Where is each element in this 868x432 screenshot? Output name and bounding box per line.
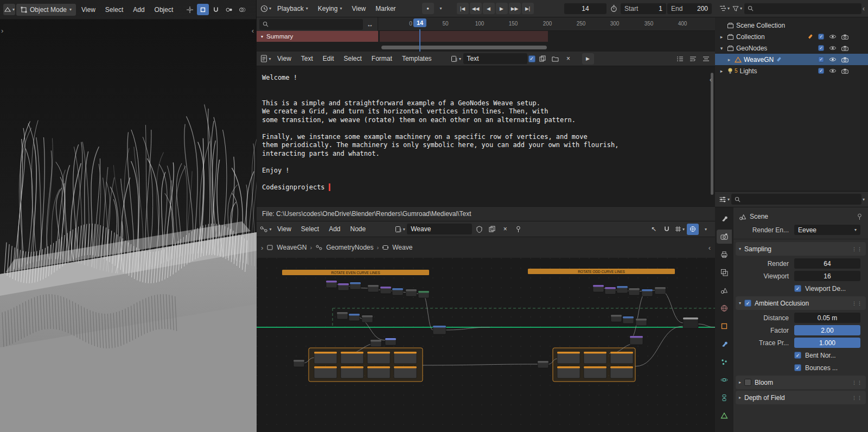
tab-modifiers[interactable] <box>717 337 732 351</box>
node[interactable] <box>636 319 647 326</box>
bounces-checkbox[interactable]: ✓ <box>794 364 801 371</box>
properties-editor-type-button[interactable]: ▾ <box>718 194 730 205</box>
hide-eye-icon[interactable] <box>829 57 837 62</box>
node[interactable] <box>350 282 361 289</box>
panel-bloom-header[interactable]: ▸ Bloom ⋮⋮ <box>736 376 866 389</box>
pivot-icon[interactable] <box>223 4 235 15</box>
run-script-button[interactable]: ▶ <box>582 53 594 65</box>
current-frame-field[interactable]: 14 <box>564 3 607 14</box>
tab-view-layer[interactable] <box>717 265 732 279</box>
drag-dots-icon[interactable]: ⋮⋮ <box>852 301 863 306</box>
text-name-field[interactable]: Text <box>463 53 527 64</box>
text-content[interactable]: Welcome ! This is a simple and straightf… <box>257 66 715 192</box>
render-camera-icon[interactable] <box>841 34 848 40</box>
node-graph[interactable]: ROTATE EVEN CURVE LINES ROTATE ODD CURVE… <box>257 258 715 432</box>
menu-text[interactable]: Text <box>297 53 317 65</box>
exclude-checkbox[interactable]: ✓ <box>818 56 824 62</box>
prev-keyframe-button[interactable]: ◀◀ <box>470 3 482 14</box>
proportional-editing-icon[interactable] <box>197 4 209 15</box>
editor-options-icon[interactable]: ▾ <box>674 224 686 235</box>
channel-search-input[interactable] <box>259 19 363 30</box>
node[interactable] <box>341 366 363 378</box>
tab-constraints[interactable] <box>717 391 732 405</box>
sampling-viewport-field[interactable]: 16 <box>794 271 860 281</box>
node[interactable] <box>314 352 337 364</box>
tab-object-data[interactable] <box>717 409 732 423</box>
register-checkbox[interactable]: ✓ <box>528 55 535 62</box>
node[interactable] <box>418 291 429 298</box>
menu-templates[interactable]: Templates <box>398 53 436 65</box>
drag-dots-icon[interactable]: ⋮⋮ <box>852 380 863 385</box>
bloom-checkbox[interactable] <box>744 379 751 386</box>
menu-object[interactable]: Object <box>150 4 178 16</box>
breadcrumb-node-tree[interactable]: Weave <box>392 244 412 251</box>
tab-physics[interactable] <box>717 373 732 387</box>
viewport-3d[interactable]: ▾ Object Mode ▾ View Select Add Object <box>0 0 257 432</box>
tab-object[interactable] <box>717 319 732 333</box>
node[interactable] <box>610 352 633 364</box>
node-tree-name-field[interactable]: Weave <box>407 224 472 234</box>
menu-view[interactable]: View <box>273 223 296 235</box>
node-editor-canvas[interactable]: ROTATE EVEN CURVE LINES ROTATE ODD CURVE… <box>257 258 715 432</box>
exclude-checkbox[interactable]: ✓ <box>818 34 824 40</box>
expand-collapse-icon[interactable]: ↔ <box>365 18 375 30</box>
render-camera-icon[interactable] <box>841 46 848 51</box>
render-engine-dropdown[interactable]: Eevee ▾ <box>794 225 860 235</box>
menu-add[interactable]: Add <box>324 223 344 235</box>
bent-normals-checkbox[interactable]: ✓ <box>794 352 801 359</box>
frame-end-field[interactable]: End 200 <box>667 3 712 14</box>
tweak-tool-icon[interactable] <box>184 4 196 15</box>
node[interactable] <box>367 366 390 378</box>
node[interactable] <box>605 287 616 294</box>
mode-dropdown[interactable]: Object Mode ▾ <box>16 4 76 16</box>
playhead-line[interactable] <box>419 29 420 52</box>
node[interactable] <box>623 316 634 323</box>
outliner-row-geonodes[interactable]: ▾ GeoNodes ✓ <box>715 42 868 54</box>
snap-icon[interactable] <box>210 4 222 15</box>
toolbar-toggle-icon[interactable]: › <box>1 27 3 34</box>
node[interactable] <box>557 366 580 378</box>
node[interactable] <box>617 286 628 293</box>
fake-user-icon[interactable] <box>473 224 485 235</box>
overlays-icon[interactable] <box>236 4 248 15</box>
frame-start-field[interactable]: Start 1 <box>621 3 666 14</box>
node[interactable] <box>338 283 349 290</box>
editor-type-button[interactable]: ▾ <box>3 4 15 15</box>
node[interactable] <box>655 287 666 294</box>
sidebar-toggle-icon[interactable]: ‹ <box>252 27 254 34</box>
node[interactable] <box>611 315 622 322</box>
go-to-parent-icon[interactable]: ↖ <box>648 224 660 235</box>
node[interactable] <box>385 338 396 345</box>
node[interactable] <box>367 352 390 364</box>
node[interactable] <box>349 314 360 321</box>
outliner-corner-icon[interactable]: ‹ <box>863 5 865 12</box>
text-scrollbar[interactable] <box>711 73 713 195</box>
expand-icon[interactable]: ▸ <box>718 34 725 40</box>
node[interactable] <box>337 312 348 319</box>
ambient-occlusion-checkbox[interactable]: ✓ <box>744 300 751 307</box>
menu-view[interactable]: View <box>273 53 296 65</box>
browse-text-button[interactable]: ▾ <box>450 53 462 65</box>
outliner-editor-type-button[interactable]: ▾ <box>718 3 730 14</box>
menu-node[interactable]: Node <box>346 223 371 235</box>
node[interactable] <box>362 315 373 322</box>
panel-depth-of-field-header[interactable]: ▸ Depth of Field ⋮⋮ <box>736 391 866 404</box>
tab-scene[interactable] <box>717 283 732 297</box>
node-sidebar-toggle-icon[interactable]: ‹ <box>709 244 711 251</box>
node[interactable] <box>584 352 607 364</box>
viewport-scene[interactable] <box>0 0 257 432</box>
menu-view[interactable]: View <box>347 3 370 15</box>
outliner-filter-button[interactable]: ▾ <box>731 3 743 14</box>
jump-to-start-button[interactable]: |◀ <box>457 3 469 14</box>
outliner-row-lights[interactable]: ▸ 5 Lights ✓ <box>715 65 868 77</box>
ao-trace-slider[interactable]: 1.000 <box>794 338 860 348</box>
use-preview-range-button[interactable] <box>608 3 620 14</box>
auto-keying-button[interactable]: ● <box>422 3 434 14</box>
drag-dots-icon[interactable]: ⋮⋮ <box>852 246 863 252</box>
text-editor-type-button[interactable]: ▾ <box>260 53 272 65</box>
node[interactable] <box>380 287 391 294</box>
breadcrumb-modifier[interactable]: GeometryNodes <box>326 244 373 251</box>
menu-edit[interactable]: Edit <box>318 53 339 65</box>
jump-to-end-button[interactable]: ▶| <box>522 3 534 14</box>
exclude-checkbox[interactable]: ✓ <box>818 45 824 51</box>
